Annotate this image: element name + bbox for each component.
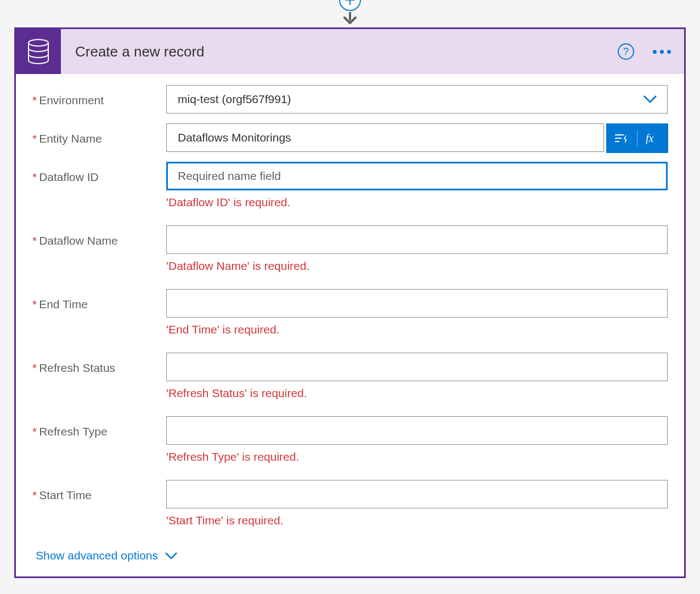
field-label-environment: *Environment [32, 85, 166, 107]
field-section-refresh-type: *Refresh Type 'Refresh Type' is required… [32, 416, 668, 469]
field-row-environment: *Environment miq-test (orgf567f991) [32, 85, 668, 114]
chevron-down-icon [165, 552, 178, 559]
advanced-options-label: Show advanced options [36, 549, 158, 562]
plus-icon [344, 0, 356, 6]
start-time-input[interactable] [166, 480, 668, 508]
entity-name-value: Dataflows Monitorings [178, 131, 291, 144]
entity-name-select[interactable]: Dataflows Monitorings [166, 123, 604, 152]
card-header[interactable]: Create a new record ? [16, 29, 684, 74]
add-step-button[interactable] [339, 0, 361, 11]
more-icon [660, 50, 664, 54]
end-time-error: 'End Time' is required. [166, 323, 668, 336]
expression-button[interactable]: fx [637, 123, 668, 153]
chevron-down-icon [643, 95, 657, 104]
help-button[interactable]: ? [618, 43, 634, 60]
add-step-connector [339, 0, 361, 25]
field-label-entity-name: *Entity Name [32, 123, 166, 145]
fx-icon: fx [646, 132, 660, 144]
dataflow-name-error: 'Dataflow Name' is required. [166, 259, 668, 273]
field-label-dataflow-id: *Dataflow ID [32, 162, 166, 184]
connector-icon-box [16, 29, 61, 74]
field-section-refresh-status: *Refresh Status 'Refresh Status' is requ… [32, 353, 668, 405]
action-card: Create a new record ? *Environment miq-t… [14, 27, 686, 578]
field-label-start-time: *Start Time [32, 480, 166, 502]
start-time-error: 'Start Time' is required. [166, 514, 668, 527]
dynamic-content-button[interactable] [606, 123, 637, 153]
field-section-dataflow-name: *Dataflow Name 'Dataflow Name' is requir… [32, 225, 668, 278]
more-icon [667, 50, 671, 54]
environment-select[interactable]: miq-test (orgf567f991) [166, 85, 668, 114]
field-label-refresh-type: *Refresh Type [32, 416, 166, 438]
dataflow-id-error: 'Dataflow ID' is required. [166, 196, 668, 209]
svg-point-0 [29, 39, 48, 46]
card-title: Create a new record [75, 43, 205, 60]
dataflow-name-input[interactable] [166, 225, 668, 254]
field-section-end-time: *End Time 'End Time' is required. [32, 289, 668, 342]
end-time-input[interactable] [166, 289, 668, 318]
more-button[interactable] [650, 47, 674, 57]
header-actions: ? [618, 43, 674, 60]
refresh-status-error: 'Refresh Status' is required. [166, 387, 668, 400]
dynamic-content-toolbar: fx [606, 123, 668, 153]
show-advanced-options-button[interactable]: Show advanced options [36, 549, 668, 562]
database-icon [26, 38, 50, 65]
lightning-icon [614, 132, 629, 145]
field-label-refresh-status: *Refresh Status [32, 353, 166, 375]
svg-text:fx: fx [646, 132, 654, 144]
dataflow-id-input[interactable] [166, 162, 668, 190]
card-body: *Environment miq-test (orgf567f991) *Ent… [16, 74, 684, 576]
refresh-status-input[interactable] [166, 353, 668, 381]
arrow-down-icon [341, 12, 359, 25]
field-row-entity-name: *Entity Name Dataflows Monitorings [32, 123, 668, 152]
field-section-dataflow-id: *Dataflow ID 'Dataflow ID' is required. [32, 162, 668, 214]
more-icon [653, 50, 657, 54]
refresh-type-error: 'Refresh Type' is required. [166, 450, 668, 463]
help-icon: ? [623, 46, 629, 58]
field-label-dataflow-name: *Dataflow Name [32, 225, 166, 247]
refresh-type-input[interactable] [166, 416, 668, 445]
field-section-start-time: *Start Time 'Start Time' is required. [32, 480, 668, 533]
field-label-end-time: *End Time [32, 289, 166, 311]
environment-value: miq-test (orgf567f991) [178, 93, 291, 106]
